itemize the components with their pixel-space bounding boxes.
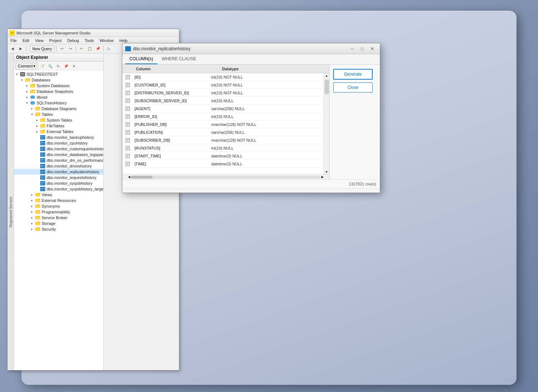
col-row-9[interactable]: ✓[RUNSTATUS]int(10) NULL [122,144,324,152]
col-checkbox-0[interactable]: ✓ [122,75,133,79]
close-dialog-button[interactable]: Close [333,82,373,93]
scroll-down-btn[interactable]: ▼ [325,169,329,174]
tree-item-20[interactable]: dbo.monitor_sysjobhistory_large [14,186,103,192]
tree-expander-26[interactable]: ▸ [29,222,35,225]
horiz-scroll-left[interactable]: ◀ [128,175,130,179]
tree-expander-23[interactable]: ▸ [29,204,35,208]
tree-expander-10[interactable]: ▸ [34,130,40,133]
tree-item-25[interactable]: ▸Service Broker [14,215,103,221]
tree-expander-1[interactable]: ▾ [19,78,25,82]
checkbox-11[interactable]: ✓ [126,162,130,166]
tree-item-17[interactable]: dbo.monitor_replicationhistory [14,169,103,175]
toolbar-back[interactable]: ◀ [9,45,16,52]
checkbox-5[interactable]: ✓ [126,114,130,119]
tab-columns[interactable]: COLUMN(s) [125,54,157,64]
toolbar-redo[interactable]: ↪ [67,45,74,52]
horiz-scrollbar[interactable]: ◀ ▶ [122,174,329,179]
dialog-close-button[interactable]: ✕ [368,45,377,53]
checkbox-4[interactable]: ✓ [126,107,130,111]
tree-expander-6[interactable]: ▸ [29,107,35,110]
col-row-6[interactable]: ✓[PUBLISHER_DB]nvarchar(128) NOT NULL [122,121,324,128]
col-row-1[interactable]: ✓[CUSTOMER_ID]int(10) NOT NULL [122,81,324,89]
tree-expander-24[interactable]: ▸ [29,210,35,214]
tree-expander-7[interactable]: ▾ [29,113,35,116]
toolbar-forward[interactable]: ▶ [17,45,24,52]
tree-expander-9[interactable]: ▸ [34,124,40,128]
tree-item-27[interactable]: ▸Security [14,226,103,232]
column-scrollbar[interactable]: ▲ ▼ [324,73,329,174]
col-checkbox-7[interactable]: ✓ [122,130,133,134]
tree-expander-25[interactable]: ▸ [29,216,35,219]
checkbox-0[interactable]: ✓ [126,75,130,79]
tree-item-9[interactable]: ▸FileTables [14,123,103,129]
tree-item-18[interactable]: dbo.monitor_requestshistory [14,175,103,180]
tree-item-26[interactable]: ▸Storage [14,221,103,226]
col-row-2[interactable]: ✓[DISTRIBUTION_SERVER_ID]int(10) NOT NUL… [122,89,324,97]
horiz-scroll-track[interactable] [131,176,321,179]
checkbox-9[interactable]: ✓ [126,146,130,150]
tree-item-14[interactable]: dbo.monitor_databases_logspacel [14,152,103,157]
tree-item-1[interactable]: ▾Databases [14,77,103,83]
col-checkbox-9[interactable]: ✓ [122,146,133,150]
tree-item-21[interactable]: ▸Views [14,192,103,198]
tree-item-16[interactable]: dbo.monitor_driveshistory [14,163,103,169]
tree-item-13[interactable]: dbo.monitor_customquerieshistory [14,146,103,152]
dialog-maximize-button[interactable]: □ [358,45,367,53]
tree-item-5[interactable]: ▾SQLTreeoHistory [14,100,103,106]
col-row-0[interactable]: ✓[ID]int(10) NOT NULL [122,73,324,81]
col-checkbox-1[interactable]: ✓ [122,83,133,87]
horiz-scroll-thumb[interactable] [131,176,152,179]
checkbox-8[interactable]: ✓ [126,138,130,142]
toolbar-cut[interactable]: ✂ [78,45,85,52]
col-checkbox-8[interactable]: ✓ [122,138,133,142]
tree-item-0[interactable]: ▾SQLTREEOTEST [14,71,103,77]
tree-expander-27[interactable]: ▸ [29,227,35,231]
oe-filter-btn[interactable]: 🔍 [47,62,54,70]
tree-expander-5[interactable]: ▾ [24,101,30,105]
tree-expander-22[interactable]: ▸ [29,199,35,202]
tree-item-15[interactable]: dbo.monitor_dm_os_performance [14,157,103,163]
col-checkbox-2[interactable]: ✓ [122,91,133,95]
tree-expander-0[interactable]: ▾ [14,72,20,76]
horiz-scroll-right[interactable]: ▶ [321,175,324,179]
tree-item-12[interactable]: dbo.monitor_cpuhistory [14,140,103,146]
checkbox-1[interactable]: ✓ [126,83,130,87]
col-row-8[interactable]: ✓[SUBSCRIBER_DB]nvarchar(128) NOT NULL [122,136,324,144]
col-table-body[interactable]: ✓[ID]int(10) NOT NULL✓[CUSTOMER_ID]int(1… [122,73,324,174]
oe-new-query-btn[interactable]: 📝 [39,62,46,70]
toolbar-debug[interactable]: ▷ [105,45,113,52]
menu-help[interactable]: Help [118,38,129,43]
oe-close-btn[interactable]: ✕ [70,62,77,70]
tree-item-10[interactable]: ▸External Tables [14,129,103,134]
tree-item-8[interactable]: ▸System Tables [14,117,103,123]
tree-expander-8[interactable]: ▸ [34,118,40,122]
menu-tools[interactable]: Tools [83,38,95,43]
tree-item-22[interactable]: ▸External Resources [14,198,103,203]
tree-item-2[interactable]: ▸System Databases [14,83,103,89]
col-checkbox-4[interactable]: ✓ [122,107,133,111]
toolbar-paste[interactable]: 📌 [94,45,102,52]
new-query-button[interactable]: New Query [30,46,55,52]
menu-project[interactable]: Project [48,38,63,43]
generate-button[interactable]: Generate [333,69,373,80]
col-checkbox-11[interactable]: ✓ [122,162,133,166]
checkbox-3[interactable]: ✓ [126,99,130,103]
tree-item-6[interactable]: ▸Database Diagrams [14,106,103,112]
dialog-minimize-button[interactable]: ─ [348,45,357,53]
menu-view[interactable]: View [34,38,45,43]
tree-item-3[interactable]: ▸Database Snapshots [14,89,103,94]
oe-pin-btn[interactable]: 📌 [62,62,70,70]
tree-expander-4[interactable]: ▸ [24,95,30,99]
col-row-7[interactable]: ✓[PUBLICATION]varchar(256) NULL [122,128,324,136]
connect-button[interactable]: Connect ▾ [15,63,38,70]
col-checkbox-3[interactable]: ✓ [122,99,133,103]
scroll-up-btn[interactable]: ▲ [325,73,329,78]
tree-item-19[interactable]: dbo.monitor_sysjobhistory [14,180,103,186]
tree-item-4[interactable]: ▸dbosd [14,94,103,100]
menu-window[interactable]: Window [98,38,115,43]
col-checkbox-10[interactable]: ✓ [122,154,133,158]
menu-debug[interactable]: Debug [66,38,80,43]
tree-item-24[interactable]: ▸Programmability [14,209,103,215]
tree-expander-2[interactable]: ▸ [24,84,30,88]
col-row-4[interactable]: ✓[AGENT]varchar(256) NULL [122,105,324,113]
